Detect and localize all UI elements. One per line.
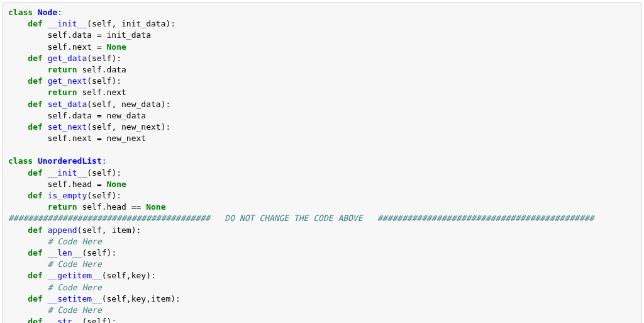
code-token: ): <box>131 225 142 235</box>
code-token <box>8 65 48 74</box>
code-token: class <box>8 8 38 17</box>
code-token: ( <box>87 54 92 63</box>
code-token: def <box>28 294 47 303</box>
code-token: . <box>102 202 107 212</box>
code-token: . <box>67 179 72 189</box>
code-token: append <box>48 225 77 235</box>
code-token: ): <box>161 122 171 132</box>
code-token: new_next <box>107 133 147 143</box>
code-token: return <box>48 88 82 97</box>
code-token: # Code Here <box>48 259 102 269</box>
code-token: next <box>72 42 97 52</box>
code-token: UnorderedList <box>38 156 102 166</box>
code-token: . <box>67 42 72 52</box>
code-token: = <box>97 30 107 40</box>
code-token: ): <box>111 168 121 178</box>
code-token: == <box>131 202 146 212</box>
code-line: self.next = new_next <box>8 133 636 144</box>
code-token: self, init_data <box>92 19 165 28</box>
code-token: = <box>97 42 107 52</box>
code-token: data <box>72 30 97 40</box>
code-token: . <box>67 133 72 143</box>
code-token: = <box>97 133 107 143</box>
code-token: head <box>72 179 97 189</box>
code-token: . <box>67 111 72 120</box>
code-token <box>8 76 28 86</box>
code-token: def <box>28 248 47 258</box>
code-token <box>8 88 48 97</box>
code-token: ): <box>170 294 180 303</box>
code-token: self, new_data <box>92 99 161 109</box>
code-token <box>8 168 28 178</box>
code-token: def <box>28 122 47 132</box>
code-token: ( <box>87 122 92 132</box>
code-token: # Code Here <box>48 305 102 315</box>
code-token: set_next <box>48 122 87 132</box>
code-token: # Code Here <box>48 237 102 246</box>
code-token: def <box>28 271 47 280</box>
code-line: self.head = None <box>8 179 636 190</box>
code-token: self <box>92 76 111 86</box>
code-token: self,key <box>107 271 147 280</box>
code-token: ): <box>107 317 117 323</box>
code-token: __getitem__ <box>48 271 102 280</box>
code-token: __init__ <box>48 19 87 28</box>
code-token: def <box>28 99 47 109</box>
code-token: is_empty <box>48 191 87 200</box>
code-token: self <box>82 65 101 74</box>
code-token: def <box>28 54 47 63</box>
code-token <box>8 19 28 28</box>
code-token: __init__ <box>48 168 87 178</box>
code-token: get_next <box>48 76 87 86</box>
code-token <box>8 202 48 212</box>
code-line: def is_empty(self): <box>8 190 636 201</box>
code-token: . <box>102 88 107 97</box>
code-line: def set_data(self, new_data): <box>8 99 636 110</box>
code-token: None <box>107 42 126 52</box>
code-token: Node <box>38 8 57 17</box>
code-line: def get_data(self): <box>8 53 636 64</box>
code-line: def __len__(self): <box>8 247 636 259</box>
code-token: ): <box>107 248 117 258</box>
code-token <box>8 271 28 280</box>
code-line: return self.next <box>8 87 636 98</box>
code-token <box>8 283 48 292</box>
code-token: def <box>28 225 47 235</box>
code-token: self <box>8 133 67 143</box>
code-line: # Code Here <box>8 259 636 270</box>
code-token: next <box>72 133 97 143</box>
code-line: class UnorderedList: <box>8 156 636 167</box>
code-token <box>8 317 28 323</box>
code-token: self <box>92 54 111 63</box>
code-token: next <box>107 88 126 97</box>
code-token: self <box>82 88 101 97</box>
code-token: None <box>107 179 126 189</box>
code-line: def get_next(self): <box>8 76 636 87</box>
code-line: self.next = None <box>8 42 636 53</box>
code-line: self.data = new_data <box>8 110 636 122</box>
code-token: self,key,item <box>107 294 171 303</box>
code-line: def __init__(self): <box>8 167 636 179</box>
code-token: __setitem__ <box>48 294 102 303</box>
code-token: def <box>28 317 47 323</box>
code-token: = <box>97 111 107 120</box>
code-token: return <box>48 65 82 74</box>
code-token: ): <box>146 271 156 280</box>
code-token: ): <box>161 99 171 109</box>
code-token: def <box>28 19 47 28</box>
code-token: data <box>107 65 126 74</box>
code-token: init_data <box>107 30 151 40</box>
code-line: def __init__(self, init_data): <box>8 18 636 30</box>
code-token <box>8 305 48 315</box>
code-line: # Code Here <box>8 282 636 293</box>
code-token: self <box>8 111 67 120</box>
code-token: self, item <box>82 225 131 235</box>
code-token: : <box>102 156 107 166</box>
code-token: def <box>28 191 47 200</box>
code-token <box>8 294 28 303</box>
code-token: self <box>87 248 106 258</box>
code-token: head <box>107 202 131 212</box>
code-token <box>8 122 28 132</box>
code-token: ( <box>87 191 92 200</box>
code-token: : <box>57 8 62 17</box>
